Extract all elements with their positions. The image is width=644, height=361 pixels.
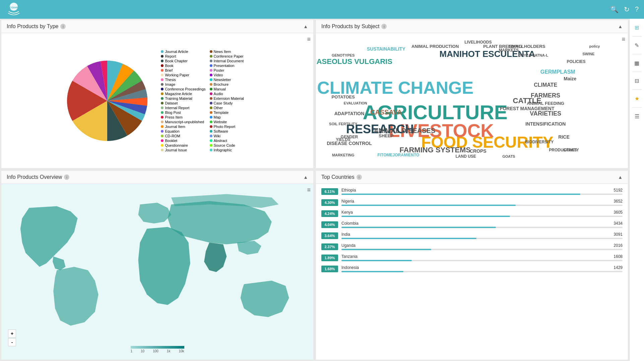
app-header: CGIAR 🔍 ↻ ? (0, 0, 644, 19)
pie-title-text: Info Products by Type (7, 23, 58, 29)
word-cloud-word: SWINE (582, 52, 594, 56)
country-list-item: 1.68% Indonesia 1429 (321, 265, 623, 272)
legend-item: Press Item (161, 115, 205, 119)
legend-item: Infographic (210, 148, 254, 152)
subject-info-icon[interactable]: i (381, 24, 387, 29)
legend-item: Magazine Article (161, 92, 205, 96)
map-info-icon[interactable]: i (64, 174, 69, 180)
country-info: Kenya 3605 (341, 210, 623, 217)
country-count: 1608 (614, 254, 623, 259)
word-cloud-word: ADAPTATION (334, 111, 365, 116)
legend-item: Working Paper (161, 73, 205, 77)
sidebar-grid-icon[interactable]: ⊞ (631, 21, 643, 33)
pie-chart-container: Journal ArticleNews ItemReportConference… (60, 50, 254, 152)
refresh-icon[interactable]: ↻ (624, 5, 630, 13)
word-cloud-word: FOREST MANAGEMENT (500, 106, 555, 111)
country-info: Tanzania 1608 (341, 254, 623, 261)
legend-item: Image (161, 82, 205, 86)
country-bar-fill (341, 260, 412, 261)
legend-item: Source Code (210, 143, 254, 147)
legend-item: Website (210, 120, 254, 124)
country-bar-bg (341, 194, 623, 195)
legend-item: News Item (210, 50, 254, 54)
zoom-out-btn[interactable]: - (8, 338, 16, 346)
svg-text:CGIAR: CGIAR (9, 6, 18, 9)
pie-collapse-btn[interactable]: ▲ (303, 24, 308, 29)
pie-panel-header: Info Products by Type i ▲ (1, 20, 313, 33)
pie-panel-title: Info Products by Type i (7, 23, 66, 29)
word-cloud-word: CLIMATE (534, 82, 557, 88)
country-name-row: Uganda 2016 (341, 243, 623, 248)
sidebar-divider-2 (632, 54, 642, 54)
country-count: 1429 (614, 265, 623, 270)
country-name-row: Ethiopia 5192 (341, 188, 623, 193)
legend-label-10k: 10k (179, 349, 184, 353)
word-cloud-word: VARIETIES (530, 110, 561, 117)
country-name-row: Kenya 3605 (341, 210, 623, 215)
word-cloud-word: ANIMAL FEEDING (527, 101, 564, 106)
word-cloud-word: GOATS (502, 154, 515, 158)
country-info: Nigeria 3652 (341, 199, 623, 206)
country-bar-fill (341, 216, 510, 217)
country-list-item: 4.04% Colombia 3434 (321, 221, 623, 228)
word-cloud-word: SOIL FERTILITY (329, 122, 357, 126)
legend-item: Internal Report (161, 106, 205, 110)
country-pct-badge: 4.30% (321, 199, 338, 206)
content-area: Info Products by Type i ▲ ≡ (0, 19, 629, 361)
country-list-item: 4.30% Nigeria 3652 (321, 199, 623, 206)
map-collapse-btn[interactable]: ▲ (303, 174, 308, 180)
sidebar-star-icon[interactable]: ★ (631, 92, 643, 104)
legend-label-1: 1 (131, 349, 133, 353)
pie-info-icon[interactable]: i (60, 24, 66, 29)
subject-collapse-btn[interactable]: ▲ (618, 24, 623, 29)
word-cloud-word: SMALLHOLDERS (509, 44, 545, 49)
legend-item: Abstract (210, 139, 254, 143)
main-container: Info Products by Type i ▲ ≡ (0, 19, 644, 361)
countries-info-icon[interactable]: i (357, 174, 362, 180)
country-name-row: India 3091 (341, 232, 623, 237)
word-cloud-word: PRODUCTIVITY (549, 148, 579, 152)
word-cloud-word: RICE (558, 134, 569, 140)
pie-menu-btn[interactable]: ≡ (307, 36, 311, 43)
info-products-overview-panel: Info Products Overview i ▲ ≡ (1, 171, 313, 360)
country-pct-badge: 4.24% (321, 210, 338, 217)
country-count: 3652 (614, 199, 623, 204)
subject-menu-btn[interactable]: ≡ (622, 36, 625, 43)
legend-label-100: 100 (153, 349, 158, 353)
country-name-row: Nigeria 3652 (341, 199, 623, 204)
legend-item: Photo Report (210, 125, 254, 129)
country-info: Colombia 3434 (341, 221, 623, 228)
word-cloud-word: SHEEP (379, 133, 393, 138)
legend-item: Wiki (210, 134, 254, 138)
legend-item: Manual (210, 87, 254, 91)
search-icon[interactable]: 🔍 (610, 5, 619, 13)
country-count: 5192 (614, 188, 623, 193)
sidebar-chart-icon[interactable]: ▦ (631, 57, 643, 69)
word-cloud: CLIMATE CHANGEFOOD SECURITYAGRICULTURELI… (319, 36, 625, 165)
countries-collapse-btn[interactable]: ▲ (618, 174, 623, 180)
country-pct-badge: 3.64% (321, 232, 338, 239)
word-cloud-word: BIODIVERSITY (525, 140, 554, 144)
country-pct-badge: 2.37% (321, 243, 338, 250)
sidebar-pencil-icon[interactable]: ✎ (631, 39, 643, 51)
country-bar-fill (341, 205, 516, 206)
zoom-in-btn[interactable]: + (8, 330, 16, 338)
country-info: Ethiopia 5192 (341, 188, 623, 195)
word-cloud-word: POTATOES (332, 94, 355, 99)
country-bar-fill (341, 227, 496, 228)
help-icon[interactable]: ? (635, 5, 639, 13)
country-pct-badge: 1.89% (321, 255, 338, 261)
sidebar-table-icon[interactable]: ⊟ (631, 75, 643, 87)
legend-item: Manuscript-unpublished (161, 120, 205, 124)
country-bar-bg (341, 260, 623, 261)
map-menu-btn[interactable]: ≡ (307, 187, 311, 194)
legend-item: Book Chapter (161, 59, 205, 63)
country-count: 3091 (614, 232, 623, 237)
sidebar-list-icon[interactable]: ☰ (631, 110, 643, 122)
country-name-row: Tanzania 1608 (341, 254, 623, 259)
word-cloud-word: LAND USE (456, 154, 476, 159)
country-bar-fill (341, 249, 431, 250)
legend-item: Poster (210, 68, 254, 72)
country-bar-bg (341, 238, 623, 239)
map-controls: + - (8, 330, 16, 346)
